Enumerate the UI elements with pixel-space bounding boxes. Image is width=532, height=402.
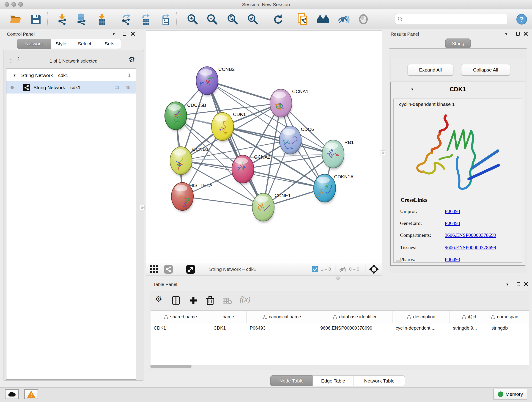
zoom-selected-icon bbox=[247, 13, 259, 25]
network-edge[interactable] bbox=[182, 196, 263, 207]
open-session-button[interactable] bbox=[9, 13, 22, 26]
add-column-icon[interactable] bbox=[189, 296, 197, 305]
network-node-cdc6[interactable] bbox=[279, 126, 301, 156]
network-edge[interactable] bbox=[207, 81, 281, 103]
tab-network[interactable]: Network bbox=[17, 39, 51, 49]
network-row-selected[interactable]: String Network – cdk1 11 48 bbox=[6, 81, 136, 94]
network-node-label: CCNB1 bbox=[192, 147, 209, 152]
export-network-button[interactable] bbox=[120, 13, 133, 26]
zoom-selected-button[interactable] bbox=[246, 13, 259, 26]
left-splitter-handle[interactable] bbox=[140, 205, 145, 210]
column-header-description[interactable]: description bbox=[393, 311, 450, 323]
column-header-shared-name[interactable]: shared name bbox=[151, 311, 210, 323]
hide-selected-button[interactable] bbox=[337, 13, 350, 26]
search-input[interactable] bbox=[403, 16, 507, 22]
network-node-ccnb1[interactable] bbox=[170, 147, 192, 176]
table-options-gear-icon[interactable]: ⚙ bbox=[155, 295, 162, 303]
network-options-gear-icon[interactable]: ⚙ bbox=[128, 56, 135, 63]
help-button[interactable]: ? bbox=[515, 13, 528, 26]
save-session-button[interactable] bbox=[29, 13, 43, 26]
expand-all-button[interactable]: Expand All bbox=[408, 64, 453, 75]
network-node-cdkn1a[interactable] bbox=[314, 174, 336, 204]
memory-button[interactable]: Memory bbox=[494, 389, 527, 400]
results-panel-float-icon[interactable] bbox=[516, 32, 520, 36]
collapse-all-button[interactable]: Collapse All bbox=[461, 64, 510, 75]
zoom-fit-button[interactable] bbox=[226, 13, 239, 26]
compartments-link[interactable]: 9606.ENSP00000378699 bbox=[445, 232, 496, 238]
tab-select[interactable]: Select bbox=[71, 39, 98, 49]
column-header-database-identifier[interactable]: database identifier bbox=[317, 311, 393, 323]
tab-network-table[interactable]: Network Table bbox=[354, 375, 405, 386]
toolbar-separator bbox=[47, 12, 48, 26]
cloud-button[interactable] bbox=[5, 389, 19, 399]
right-splitter-handle[interactable] bbox=[380, 150, 385, 155]
delete-column-trash-icon[interactable] bbox=[206, 296, 214, 305]
network-node-ccna2[interactable] bbox=[232, 155, 254, 185]
network-view-icon[interactable] bbox=[164, 265, 173, 274]
grid-view-icon[interactable] bbox=[150, 265, 158, 273]
network-node-ccne1[interactable] bbox=[252, 193, 274, 223]
export-image-button[interactable] bbox=[159, 13, 172, 26]
import-table-icon bbox=[96, 13, 108, 25]
table-row[interactable]: CDK1 CDK1 P06493 9606.ENSP00000378699 cy… bbox=[151, 323, 529, 333]
selected-checkbox-icon[interactable] bbox=[312, 266, 318, 272]
zoom-in-button[interactable] bbox=[186, 13, 199, 26]
network-node-ccnb2[interactable] bbox=[196, 67, 218, 96]
network-node-cdc25b[interactable] bbox=[165, 102, 187, 131]
tab-sets[interactable]: Sets bbox=[98, 39, 121, 49]
hidden-eye-icon bbox=[339, 266, 347, 273]
zoom-out-icon bbox=[206, 13, 218, 25]
warning-button[interactable] bbox=[24, 389, 38, 399]
tab-node-table[interactable]: Node Table bbox=[270, 375, 312, 386]
eye-hide-icon bbox=[337, 14, 350, 25]
pharos-link[interactable]: P06493 bbox=[445, 256, 460, 262]
column-header-name[interactable]: name bbox=[210, 311, 247, 323]
control-panel-close-icon[interactable] bbox=[131, 32, 135, 36]
help-icon: ? bbox=[516, 14, 527, 25]
node-table: shared name name canonical name database… bbox=[151, 311, 529, 365]
refresh-button[interactable] bbox=[272, 13, 285, 26]
collection-count: 1 bbox=[128, 73, 131, 78]
import-table-button[interactable] bbox=[95, 13, 108, 26]
network-node-rb1[interactable] bbox=[322, 140, 344, 170]
control-panel-collapse-icon[interactable]: ▼ bbox=[112, 32, 115, 36]
tab-edge-table[interactable]: Edge Table bbox=[312, 375, 354, 386]
table-panel-close-icon[interactable] bbox=[524, 282, 528, 286]
table-panel-collapse-icon[interactable]: ▼ bbox=[506, 283, 509, 286]
import-network-database-button[interactable] bbox=[75, 13, 88, 26]
network-canvas[interactable]: CCNB2CCNA1CDC25BCDK1CDC6RB1CCNB1CCNA2CDK… bbox=[146, 31, 382, 263]
network-node-cdk1[interactable] bbox=[211, 113, 234, 142]
show-all-button[interactable] bbox=[357, 13, 370, 26]
network-collection-row[interactable]: ▼ String Network – cdk1 1 bbox=[6, 69, 136, 81]
tab-style[interactable]: Style bbox=[51, 39, 71, 49]
tree-expand-icon[interactable]: ▼ bbox=[13, 74, 16, 77]
table-panel-float-icon[interactable] bbox=[517, 282, 520, 286]
export-table-button[interactable] bbox=[139, 13, 152, 26]
control-panel-float-icon[interactable] bbox=[123, 32, 126, 36]
show-columns-icon[interactable] bbox=[172, 296, 180, 305]
network-node-ccna1[interactable] bbox=[270, 89, 292, 119]
network-edge[interactable] bbox=[243, 169, 325, 188]
uniprot-link[interactable]: P06493 bbox=[445, 208, 460, 214]
tab-string[interactable]: String bbox=[445, 38, 471, 49]
card-scrollbar-thumb[interactable] bbox=[396, 260, 402, 262]
network-edge[interactable] bbox=[207, 81, 263, 207]
copy-documents-icon bbox=[297, 13, 309, 26]
network-status-dot bbox=[11, 86, 14, 89]
genecard-link[interactable]: P06493 bbox=[445, 220, 460, 226]
results-panel-collapse-icon[interactable]: ▼ bbox=[505, 32, 508, 36]
import-network-file-button[interactable] bbox=[56, 13, 69, 26]
tissues-link[interactable]: 9606.ENSP00000378699 bbox=[445, 245, 496, 250]
zoom-out-button[interactable] bbox=[206, 13, 219, 26]
results-panel-close-icon[interactable] bbox=[524, 32, 528, 36]
table-horizontal-scrollbar[interactable] bbox=[150, 365, 191, 368]
import-network-icon bbox=[56, 13, 68, 25]
first-neighbors-button[interactable] bbox=[317, 13, 330, 26]
fit-content-crosshair-icon[interactable] bbox=[369, 264, 379, 274]
clone-network-button[interactable] bbox=[296, 13, 310, 26]
column-header-id[interactable]: @id bbox=[450, 311, 488, 323]
birds-eye-view-icon[interactable] bbox=[186, 265, 195, 274]
column-header-canonical-name[interactable]: canonical name bbox=[247, 311, 317, 323]
network-label: String Network – cdk1 bbox=[33, 85, 80, 90]
column-header-namespace[interactable]: namespac bbox=[488, 311, 529, 323]
